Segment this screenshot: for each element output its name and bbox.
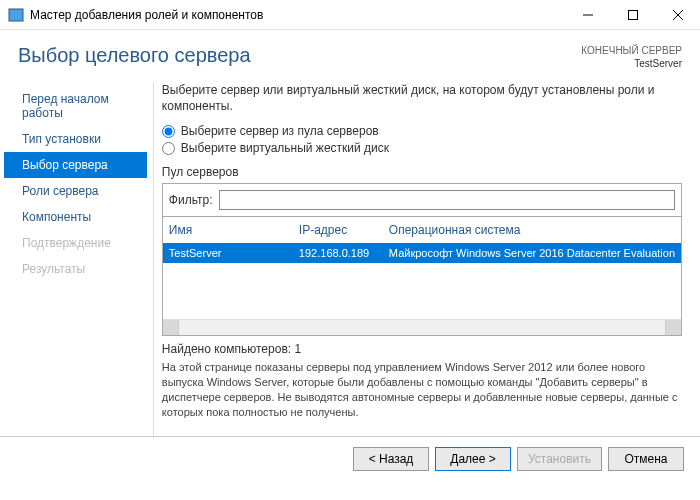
close-button[interactable] <box>655 0 700 30</box>
install-button: Установить <box>517 447 602 471</box>
server-pool-label: Пул серверов <box>162 165 682 179</box>
table-empty-area <box>163 263 681 319</box>
cancel-button[interactable]: Отмена <box>608 447 684 471</box>
footer: < Назад Далее > Установить Отмена <box>0 436 700 480</box>
table-row[interactable]: TestServer 192.168.0.189 Майкрософт Wind… <box>163 243 681 263</box>
app-icon <box>8 7 24 23</box>
info-note: На этой странице показаны серверы под уп… <box>162 360 682 419</box>
back-button[interactable]: < Назад <box>353 447 429 471</box>
minimize-button[interactable] <box>565 0 610 30</box>
nav-before-you-begin[interactable]: Перед началом работы <box>4 86 147 126</box>
scroll-left-icon[interactable] <box>163 320 179 335</box>
radio-server-pool-label: Выберите сервер из пула серверов <box>181 124 379 138</box>
horizontal-scrollbar[interactable] <box>163 319 681 335</box>
server-table: Имя IP-адрес Операционная система TestSe… <box>162 217 682 336</box>
radio-server-pool[interactable] <box>162 125 175 138</box>
content-pane: Выберите сервер или виртуальный жесткий … <box>153 82 700 436</box>
col-os[interactable]: Операционная система <box>389 223 675 237</box>
nav-results: Результаты <box>4 256 147 282</box>
scroll-right-icon[interactable] <box>665 320 681 335</box>
col-ip[interactable]: IP-адрес <box>299 223 389 237</box>
filter-panel: Фильтр: <box>162 183 682 217</box>
destination-server: КОНЕЧНЫЙ СЕРВЕР TestServer <box>581 44 682 70</box>
intro-text: Выберите сервер или виртуальный жесткий … <box>162 82 682 114</box>
window-title: Мастер добавления ролей и компонентов <box>30 8 565 22</box>
page-title: Выбор целевого сервера <box>18 44 581 67</box>
col-name[interactable]: Имя <box>169 223 299 237</box>
radio-vhd-label: Выберите виртуальный жесткий диск <box>181 141 389 155</box>
radio-vhd[interactable] <box>162 142 175 155</box>
cell-ip: 192.168.0.189 <box>299 247 389 259</box>
cell-name: TestServer <box>169 247 299 259</box>
svg-rect-0 <box>9 9 23 21</box>
header: Выбор целевого сервера КОНЕЧНЫЙ СЕРВЕР T… <box>0 30 700 76</box>
maximize-button[interactable] <box>610 0 655 30</box>
dest-server-name: TestServer <box>581 57 682 70</box>
nav-install-type[interactable]: Тип установки <box>4 126 147 152</box>
computer-count: Найдено компьютеров: 1 <box>162 342 682 356</box>
svg-rect-2 <box>628 10 637 19</box>
dest-label: КОНЕЧНЫЙ СЕРВЕР <box>581 44 682 57</box>
titlebar: Мастер добавления ролей и компонентов <box>0 0 700 30</box>
filter-input[interactable] <box>219 190 675 210</box>
cell-os: Майкрософт Windows Server 2016 Datacente… <box>389 247 675 259</box>
wizard-nav: Перед началом работы Тип установки Выбор… <box>0 82 147 436</box>
filter-label: Фильтр: <box>169 193 213 207</box>
nav-server-roles[interactable]: Роли сервера <box>4 178 147 204</box>
nav-features[interactable]: Компоненты <box>4 204 147 230</box>
table-header: Имя IP-адрес Операционная система <box>163 217 681 243</box>
next-button[interactable]: Далее > <box>435 447 511 471</box>
scroll-track[interactable] <box>179 320 665 335</box>
nav-server-selection[interactable]: Выбор сервера <box>4 152 147 178</box>
nav-confirmation: Подтверждение <box>4 230 147 256</box>
